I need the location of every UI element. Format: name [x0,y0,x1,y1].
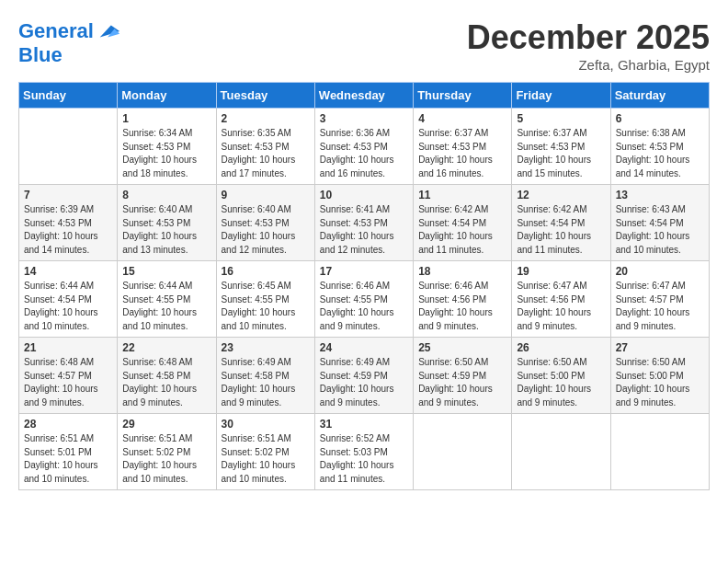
day-header-friday: Friday [512,83,610,109]
calendar-cell: 8Sunrise: 6:40 AM Sunset: 4:53 PM Daylig… [118,185,216,261]
day-number: 25 [418,341,506,354]
calendar-cell: 29Sunrise: 6:51 AM Sunset: 5:02 PM Dayli… [118,414,216,490]
logo-general: General [18,19,94,42]
day-number: 15 [122,265,210,278]
day-number: 13 [616,189,704,201]
day-number: 22 [122,341,210,354]
day-info: Sunrise: 6:42 AM Sunset: 4:54 PM Dayligh… [517,203,605,257]
calendar-cell: 7Sunrise: 6:39 AM Sunset: 4:53 PM Daylig… [19,185,118,261]
logo-blue: Blue [18,44,121,66]
day-info: Sunrise: 6:43 AM Sunset: 4:54 PM Dayligh… [616,203,704,257]
day-number: 27 [616,341,704,354]
calendar-week-row: 28Sunrise: 6:51 AM Sunset: 5:01 PM Dayli… [19,414,710,490]
day-number: 5 [517,112,605,125]
day-info: Sunrise: 6:41 AM Sunset: 4:53 PM Dayligh… [320,203,408,257]
day-info: Sunrise: 6:40 AM Sunset: 4:53 PM Dayligh… [122,203,210,257]
day-info: Sunrise: 6:44 AM Sunset: 4:54 PM Dayligh… [24,280,112,333]
day-info: Sunrise: 6:40 AM Sunset: 4:53 PM Dayligh… [222,203,310,257]
day-number: 10 [320,189,408,201]
day-info: Sunrise: 6:48 AM Sunset: 4:57 PM Dayligh… [24,356,112,409]
day-number: 26 [517,341,605,354]
calendar-cell: 16Sunrise: 6:45 AM Sunset: 4:55 PM Dayli… [216,261,314,338]
day-info: Sunrise: 6:39 AM Sunset: 4:53 PM Dayligh… [24,203,112,257]
calendar-week-row: 21Sunrise: 6:48 AM Sunset: 4:57 PM Dayli… [19,338,710,414]
calendar-cell: 25Sunrise: 6:50 AM Sunset: 4:59 PM Dayli… [414,338,512,414]
day-info: Sunrise: 6:47 AM Sunset: 4:57 PM Dayligh… [616,280,704,333]
day-number: 18 [418,265,506,278]
day-info: Sunrise: 6:51 AM Sunset: 5:02 PM Dayligh… [122,432,210,486]
calendar-cell: 17Sunrise: 6:46 AM Sunset: 4:55 PM Dayli… [314,261,413,338]
day-info: Sunrise: 6:50 AM Sunset: 5:00 PM Dayligh… [517,356,605,409]
day-info: Sunrise: 6:47 AM Sunset: 4:56 PM Dayligh… [517,280,605,333]
calendar-table: SundayMondayTuesdayWednesdayThursdayFrid… [18,82,710,490]
calendar-week-row: 1Sunrise: 6:34 AM Sunset: 4:53 PM Daylig… [19,109,710,185]
calendar-cell: 6Sunrise: 6:38 AM Sunset: 4:53 PM Daylig… [610,109,709,185]
calendar-cell: 11Sunrise: 6:42 AM Sunset: 4:54 PM Dayli… [414,185,512,261]
day-info: Sunrise: 6:38 AM Sunset: 4:53 PM Dayligh… [616,127,704,180]
calendar-cell: 31Sunrise: 6:52 AM Sunset: 5:03 PM Dayli… [314,414,413,490]
day-number: 8 [122,189,210,201]
calendar-cell: 4Sunrise: 6:37 AM Sunset: 4:53 PM Daylig… [414,109,512,185]
day-number: 4 [418,112,506,125]
day-header-thursday: Thursday [414,83,512,109]
day-info: Sunrise: 6:42 AM Sunset: 4:54 PM Dayligh… [418,203,506,257]
day-number: 9 [222,189,310,201]
day-number: 23 [222,341,310,354]
day-info: Sunrise: 6:49 AM Sunset: 4:59 PM Dayligh… [320,356,408,409]
day-number: 19 [517,265,605,278]
day-number: 12 [517,189,605,201]
day-number: 16 [222,265,310,278]
calendar-cell: 27Sunrise: 6:50 AM Sunset: 5:00 PM Dayli… [610,338,709,414]
day-number: 17 [320,265,408,278]
logo: General Blue [18,18,121,66]
day-info: Sunrise: 6:51 AM Sunset: 5:02 PM Dayligh… [222,432,310,486]
day-info: Sunrise: 6:51 AM Sunset: 5:01 PM Dayligh… [24,432,112,486]
day-number: 1 [122,112,210,125]
day-number: 11 [418,189,506,201]
calendar-cell: 19Sunrise: 6:47 AM Sunset: 4:56 PM Dayli… [512,261,610,338]
day-number: 7 [24,189,112,201]
day-number: 2 [222,112,310,125]
day-info: Sunrise: 6:50 AM Sunset: 4:59 PM Dayligh… [418,356,506,409]
calendar-week-row: 14Sunrise: 6:44 AM Sunset: 4:54 PM Dayli… [19,261,710,338]
title-block: December 2025 Zefta, Gharbia, Egypt [467,18,710,73]
calendar-cell: 28Sunrise: 6:51 AM Sunset: 5:01 PM Dayli… [19,414,118,490]
day-number: 29 [122,418,210,431]
calendar-cell [19,109,118,185]
month-title: December 2025 [467,18,710,57]
day-number: 30 [222,418,310,431]
day-number: 31 [320,418,408,431]
logo-text: General [18,20,94,42]
day-number: 14 [24,265,112,278]
day-info: Sunrise: 6:37 AM Sunset: 4:53 PM Dayligh… [517,127,605,180]
day-number: 6 [616,112,704,125]
day-info: Sunrise: 6:46 AM Sunset: 4:55 PM Dayligh… [320,280,408,333]
day-info: Sunrise: 6:34 AM Sunset: 4:53 PM Dayligh… [122,127,210,180]
calendar-cell: 2Sunrise: 6:35 AM Sunset: 4:53 PM Daylig… [216,109,314,185]
calendar-cell: 1Sunrise: 6:34 AM Sunset: 4:53 PM Daylig… [118,109,216,185]
calendar-cell: 3Sunrise: 6:36 AM Sunset: 4:53 PM Daylig… [314,109,413,185]
calendar-header-row: SundayMondayTuesdayWednesdayThursdayFrid… [19,83,710,109]
day-info: Sunrise: 6:44 AM Sunset: 4:55 PM Dayligh… [122,280,210,333]
calendar-cell: 5Sunrise: 6:37 AM Sunset: 4:53 PM Daylig… [512,109,610,185]
calendar-cell: 12Sunrise: 6:42 AM Sunset: 4:54 PM Dayli… [512,185,610,261]
day-header-tuesday: Tuesday [216,83,314,109]
calendar-cell: 22Sunrise: 6:48 AM Sunset: 4:58 PM Dayli… [118,338,216,414]
calendar-cell: 30Sunrise: 6:51 AM Sunset: 5:02 PM Dayli… [216,414,314,490]
day-number: 28 [24,418,112,431]
day-info: Sunrise: 6:37 AM Sunset: 4:53 PM Dayligh… [418,127,506,180]
day-header-sunday: Sunday [19,83,118,109]
location: Zefta, Gharbia, Egypt [467,57,710,73]
day-number: 20 [616,265,704,278]
day-info: Sunrise: 6:35 AM Sunset: 4:53 PM Dayligh… [222,127,310,180]
calendar-week-row: 7Sunrise: 6:39 AM Sunset: 4:53 PM Daylig… [19,185,710,261]
logo-icon [96,18,121,44]
calendar-cell [414,414,512,490]
day-number: 24 [320,341,408,354]
day-info: Sunrise: 6:36 AM Sunset: 4:53 PM Dayligh… [320,127,408,180]
page-header: General Blue December 2025 Zefta, Gharbi… [18,18,710,73]
calendar-cell: 21Sunrise: 6:48 AM Sunset: 4:57 PM Dayli… [19,338,118,414]
calendar-cell [610,414,709,490]
calendar-cell: 10Sunrise: 6:41 AM Sunset: 4:53 PM Dayli… [314,185,413,261]
calendar-cell: 26Sunrise: 6:50 AM Sunset: 5:00 PM Dayli… [512,338,610,414]
